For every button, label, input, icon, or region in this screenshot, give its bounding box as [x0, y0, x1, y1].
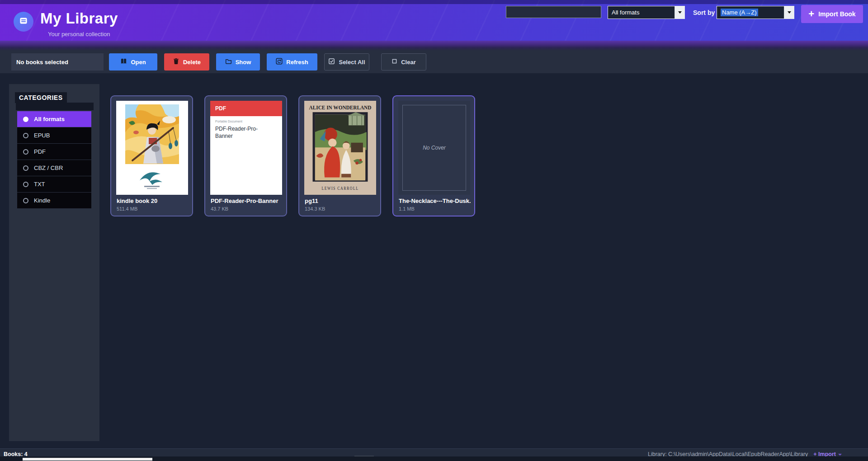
sidebar-item-cbz-cbr[interactable]: CBZ / CBR	[17, 160, 91, 176]
show-button[interactable]: Show	[216, 53, 260, 71]
publisher-logo	[134, 169, 170, 192]
radio-icon	[23, 198, 28, 203]
page-title: My Library	[40, 10, 118, 27]
book-title: pg11	[305, 198, 377, 204]
sort-by-label: Sort by	[693, 9, 715, 16]
categories-heading: CATEGORIES	[15, 92, 67, 103]
sidebar-item-txt[interactable]: TXT	[17, 176, 91, 192]
horizontal-scrollbar-track	[0, 456, 868, 461]
book-cover-pdf: PDF Portable Document PDF-Reader-Pro-Ban…	[210, 101, 282, 195]
book-card[interactable]: PDF Portable Document PDF-Reader-Pro-Ban…	[204, 95, 287, 216]
folder-icon	[225, 58, 232, 66]
plus-icon: +	[808, 9, 814, 19]
book-card[interactable]: No Cover The-Necklace---The-Dusk... 1.1 …	[392, 95, 475, 216]
import-book-button[interactable]: + Import Book	[801, 5, 863, 23]
book-title: PDF-Reader-Pro-Banner	[211, 198, 283, 204]
chevron-down-icon[interactable]	[784, 6, 794, 19]
book-size: 43.7 KB	[211, 206, 283, 212]
book-cover-illustration	[116, 101, 188, 195]
book-title: kindle book 20	[117, 198, 189, 204]
cover-artwork	[125, 104, 179, 166]
book-icon	[18, 15, 29, 28]
chevron-down-icon	[838, 454, 842, 456]
radio-icon	[23, 149, 28, 155]
app-logo	[14, 12, 33, 32]
page-subtitle: Your personal collection	[48, 31, 110, 38]
radio-selected-icon	[23, 117, 28, 122]
sidebar-item-all-formats[interactable]: All formats	[17, 111, 91, 127]
cover-body-text: PDF-Reader-Pro-Banner	[215, 125, 266, 140]
radio-icon	[23, 133, 28, 138]
sidebar-item-kindle[interactable]: Kindle	[17, 193, 91, 208]
format-filter-value: All formats	[608, 6, 675, 19]
chevron-down-icon[interactable]	[675, 6, 684, 19]
selection-status: No books selected	[11, 53, 104, 71]
cover-title-text: ALICE IN WONDERLAND	[309, 104, 372, 111]
checkbox-empty-icon	[392, 58, 397, 66]
open-button[interactable]: Open	[109, 53, 157, 71]
search-input[interactable]	[506, 6, 601, 18]
book-cover-placeholder: No Cover	[398, 101, 470, 195]
cover-subtext: Portable Document	[215, 120, 242, 123]
categories-heading-strip	[16, 103, 94, 110]
book-card[interactable]: ALICE IN WONDERLAND	[298, 95, 381, 216]
format-filter-dropdown[interactable]: All formats	[608, 6, 685, 19]
sort-dropdown-value: Name (A→Z)	[721, 9, 758, 16]
book-title: The-Necklace---The-Dusk...	[399, 198, 471, 204]
horizontal-scrollbar-thumb[interactable]	[23, 458, 152, 461]
checkbox-checked-icon	[328, 58, 335, 66]
radio-icon	[23, 165, 28, 171]
header-gradient-band	[0, 41, 868, 51]
select-all-button[interactable]: Select All	[324, 53, 369, 71]
book-cover-alice: ALICE IN WONDERLAND	[304, 101, 376, 195]
sort-dropdown[interactable]: Name (A→Z)	[717, 6, 794, 19]
app-header: My Library Your personal collection All …	[0, 0, 868, 41]
book-card[interactable]: kindle book 20 511.4 MB	[110, 95, 193, 216]
book-size: 511.4 MB	[117, 206, 189, 212]
refresh-icon	[276, 58, 283, 66]
no-cover-label: No Cover	[423, 145, 446, 151]
sidebar-item-pdf[interactable]: PDF	[17, 144, 91, 160]
category-list: All formats EPUB PDF CBZ / CBR TXT Kindl…	[17, 111, 91, 208]
import-book-label: Import Book	[818, 10, 855, 18]
toolbar: No books selected Open Delete	[0, 51, 868, 73]
header-top-strip	[0, 0, 868, 4]
book-size: 1.1 MB	[399, 206, 471, 212]
refresh-button[interactable]: Refresh	[267, 53, 317, 71]
open-book-icon	[120, 58, 127, 66]
trash-icon	[173, 58, 179, 66]
sidebar-item-epub[interactable]: EPUB	[17, 127, 91, 143]
clear-selection-button[interactable]: Clear	[381, 53, 426, 71]
book-size: 134.3 KB	[305, 206, 377, 212]
cover-author-text: LEWIS CARROLL	[321, 186, 359, 191]
pdf-banner: PDF	[210, 101, 282, 116]
radio-icon	[23, 182, 28, 187]
categories-sidebar: CATEGORIES All formats EPUB PDF CBZ / CB…	[9, 84, 99, 441]
library-app-window: My Library Your personal collection All …	[0, 0, 868, 461]
delete-button[interactable]: Delete	[164, 53, 209, 71]
